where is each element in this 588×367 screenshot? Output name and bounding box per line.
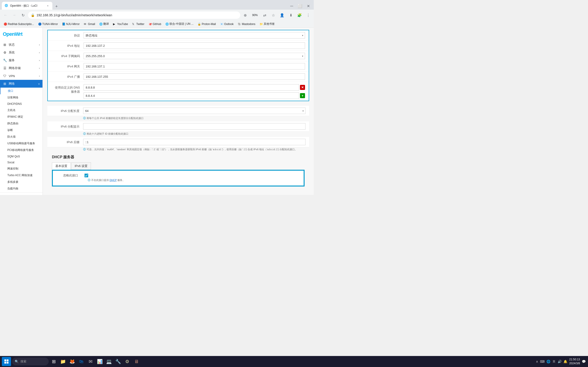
protocol-select[interactable]: 静态地址 <box>84 32 305 39</box>
sidebar-sub-pci[interactable]: PCI移动网络拨号服务 <box>0 147 43 153</box>
bookmark-tuna[interactable]: 🔵 TUNA-Mirror <box>36 22 60 26</box>
ipv4-gateway-control <box>84 63 305 69</box>
ipv6-hint-hint-text: 将此十六进制子 ID 前缀分配给此接口 <box>86 132 128 135</box>
dhcp-ignore-checkbox[interactable] <box>85 174 88 177</box>
tab-basic-settings[interactable]: 基本设置 <box>52 162 71 170</box>
ipv4-subnet-select[interactable]: 255.255.255.0 <box>84 53 305 59</box>
sidebar-sub-sqm[interactable]: SQM QoS <box>0 153 43 159</box>
sidebar-item-system[interactable]: ⚙ 系统 › <box>0 49 43 56</box>
dhcp-section: DHCP 服务器 基本设置 IPv6 设置 忽略此接口 <box>47 155 309 186</box>
profile-icon[interactable]: 👤 <box>278 11 286 19</box>
tab-ipv6-settings[interactable]: IPv6 设置 <box>71 162 91 170</box>
sidebar-item-monitor[interactable]: 📊 带宽监控 › <box>0 193 43 195</box>
sidebar-sub-static-label: 静态路由 <box>7 122 18 125</box>
sidebar-item-services[interactable]: 🔧 服务 › <box>0 56 43 64</box>
bookmark-tuna-label: TUNA-Mirror <box>42 23 58 26</box>
bookmark-translate-icon: 🌐 <box>99 23 103 26</box>
ipv6-suffix-input[interactable] <box>83 139 305 145</box>
sidebar-sub-guest[interactable]: 访客网络 <box>0 94 43 101</box>
bookmark-nju-label: NJU-Mirror <box>66 23 80 26</box>
bookmark-mastodon[interactable]: 🐘 Mastodons <box>236 22 257 26</box>
bookmark-union-icon: 🌐 <box>165 23 169 26</box>
dns1-input[interactable] <box>84 84 299 91</box>
ipv6-hint-input[interactable] <box>83 123 305 130</box>
downloads-icon[interactable]: ⬇ <box>287 11 294 19</box>
ipv6-prefix-select-wrapper: 64 ▾ <box>83 108 305 114</box>
bookmark-gmail[interactable]: ✉ Gmail <box>82 22 97 26</box>
bookmark-proton-label: Proton-Mail <box>202 23 216 26</box>
sidebar-sub-bandwidth[interactable]: 网速控制 <box>0 165 43 172</box>
bookmark-outlook[interactable]: 📧 Outlook <box>218 22 235 26</box>
bookmark-github[interactable]: 🐙 GitHub <box>147 22 163 26</box>
sidebar-sub-loadbalance[interactable]: 负载均衡 <box>0 185 43 192</box>
bookmark-youtube-label: YouTube <box>117 23 128 26</box>
ipv6-prefix-row: IPv6 分配长度 64 ▾ <box>47 106 309 116</box>
sidebar-sub-diag[interactable]: 诊断 <box>0 127 43 133</box>
sidebar-sub-dhcpdns[interactable]: DHCP/DNS <box>0 101 43 107</box>
close-window-button[interactable]: ✕ <box>304 2 312 10</box>
ipv6-suffix-control <box>83 139 305 145</box>
ipv4-broadcast-input[interactable] <box>84 73 305 80</box>
bookmark-redhat[interactable]: 🔴 RedHat-Subscriptio... <box>2 22 36 26</box>
sidebar-item-status-label: 状态 <box>9 43 37 47</box>
vpn-arrow-icon: › <box>39 75 40 77</box>
bookmark-outlook-icon: 📧 <box>220 23 223 26</box>
bookmark-icon[interactable]: ☆ <box>270 11 277 19</box>
forward-button[interactable]: → <box>10 11 18 19</box>
dhcp-link[interactable]: DHCP <box>110 179 117 181</box>
sidebar-sub-hostname[interactable]: 主机名 <box>0 107 43 114</box>
dns2-add-button[interactable]: + <box>300 93 305 98</box>
ipv6-prefix-select[interactable]: 64 <box>83 108 305 114</box>
minimize-button[interactable]: ─ <box>288 2 295 10</box>
dns1-row: ✕ <box>84 84 305 91</box>
bookmark-translate[interactable]: 🌐 翻译 <box>97 22 111 26</box>
dhcp-tabs: 基本设置 IPv6 设置 <box>52 162 304 170</box>
extensions-icon[interactable]: ⊕ <box>242 11 249 19</box>
sidebar-item-storage[interactable]: ☰ 网络存储 › <box>0 64 43 72</box>
dns1-remove-button[interactable]: ✕ <box>300 85 305 90</box>
extensions-mgr-icon[interactable]: 🧩 <box>296 11 303 19</box>
tab-close-button[interactable]: × <box>46 4 50 8</box>
sidebar-sub-usb[interactable]: USB移动网络拨号服务 <box>0 140 43 147</box>
sidebar-sub-static[interactable]: 静态路由 <box>0 120 43 127</box>
menu-icon[interactable]: ⋮ <box>304 11 312 19</box>
translate-icon[interactable]: ⇄ <box>261 11 268 19</box>
openwrt-logo-text: OpenWrt <box>3 31 22 37</box>
sidebar-item-status[interactable]: ⊞ 状态 › <box>0 41 43 49</box>
sidebar-item-system-label: 系统 <box>9 50 37 55</box>
sidebar-sub-ipmac[interactable]: IP/MAC 绑定 <box>0 114 43 120</box>
dhcp-ignore-hint: ⓘ 不在此接口提供 DHCP 服务。 <box>57 177 300 183</box>
bookmark-others-icon: 📁 <box>259 23 263 26</box>
bookmark-twitter[interactable]: 𝕏 Twitter <box>130 22 146 26</box>
ipv6-suffix-row: IPv6 后缀 <box>47 137 309 147</box>
sidebar-sub-pci-label: PCI移动网络拨号服务 <box>7 148 34 152</box>
sidebar-sub-socat[interactable]: Socat <box>0 159 43 165</box>
sidebar-sub-multipath[interactable]: 多线多拨 <box>0 179 43 185</box>
dns2-input[interactable] <box>84 92 299 99</box>
refresh-button[interactable]: ↻ <box>19 11 27 19</box>
ipv4-addr-input[interactable] <box>84 42 305 49</box>
sidebar-sub-interface[interactable]: 接口 <box>0 88 43 94</box>
bookmark-union[interactable]: 🌐 联合-中国语 | UN ... <box>164 22 195 26</box>
bookmark-youtube[interactable]: ▶ YouTube <box>111 22 130 26</box>
new-tab-button[interactable]: + <box>53 3 60 10</box>
ipv4-gateway-input[interactable] <box>84 63 305 69</box>
maximize-button[interactable]: ⬜ <box>296 2 304 10</box>
ipv6-prefix-label: IPv6 分配长度 <box>51 108 83 113</box>
content-area: 协议 静态地址 ▾ IPv4 地址 <box>43 27 314 195</box>
services-arrow-icon: › <box>39 59 40 62</box>
bookmark-others[interactable]: 📁 其他书签 <box>258 22 277 26</box>
bookmark-proton[interactable]: 🔒 Proton-Mail <box>196 22 217 26</box>
sidebar-item-network[interactable]: ⊞ 网络 ∨ <box>0 80 43 88</box>
bookmark-nju[interactable]: 📘 NJU-Mirror <box>60 22 82 26</box>
sidebar-sub-firewall[interactable]: 防火墙 <box>0 133 43 140</box>
sidebar-sub-turbo[interactable]: Turbo ACC 网络加速 <box>0 172 43 179</box>
address-bar[interactable]: 🔒 192.168.35.1/cgi-bin/luci/admin/networ… <box>28 11 240 19</box>
back-button[interactable]: ← <box>2 11 9 19</box>
sidebar-item-vpn[interactable]: 🛡 VPN › <box>0 72 43 80</box>
ipv6-hint-hint: ⓘ 将此十六进制子 ID 前缀分配给此接口 <box>47 132 309 137</box>
browser-tab[interactable]: 🌐 OpenWrt - 接口 - LuCI × <box>2 2 52 10</box>
ipv4-broadcast-control <box>84 73 305 80</box>
ipv6-suffix-hint: ⓘ 可选，允许的值：'eui64'、'random' 和其他固定值（例如：'::… <box>47 147 309 152</box>
sidebar-item-storage-label: 网络存储 <box>9 66 37 70</box>
